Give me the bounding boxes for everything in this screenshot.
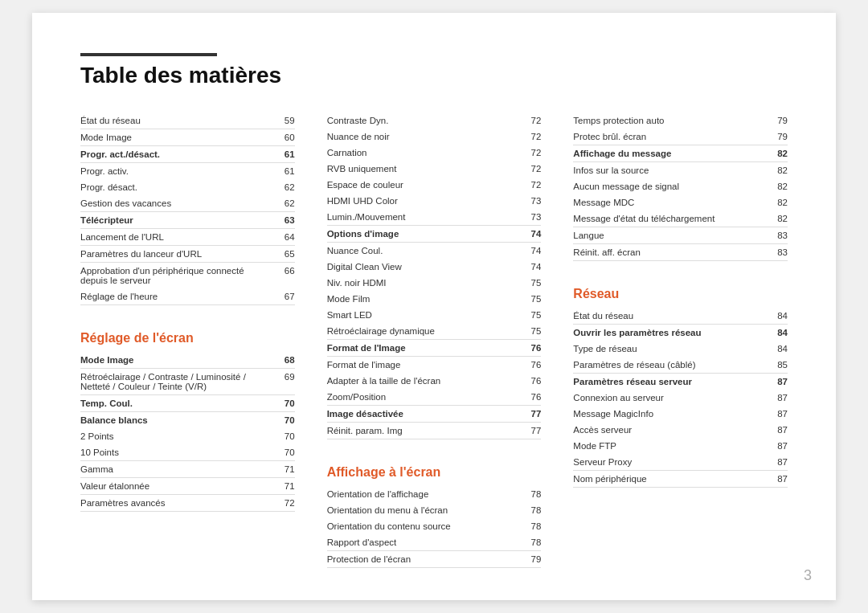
toc-entry: Réinit. aff. écran83 xyxy=(573,244,788,261)
page-title: Table des matières xyxy=(80,63,788,88)
toc-page: 75 xyxy=(525,326,541,336)
toc-label: Infos sur la source xyxy=(573,166,772,175)
toc-label: Accès serveur xyxy=(573,425,772,435)
toc-label: Message MDC xyxy=(573,198,772,207)
toc-entry: Nuance Coul.74 xyxy=(327,243,542,259)
toc-page: 74 xyxy=(525,262,541,272)
toc-label: État du réseau xyxy=(80,116,279,125)
toc-entry: État du réseau84 xyxy=(573,308,788,325)
toc-page: 59 xyxy=(279,116,295,125)
toc-page: 79 xyxy=(772,132,788,141)
toc-page: 63 xyxy=(279,215,295,225)
toc-label: Nuance de noir xyxy=(327,132,526,141)
toc-label: Niv. noir HDMI xyxy=(327,278,526,288)
toc-page: 82 xyxy=(772,149,788,158)
toc-label: Aucun message de signal xyxy=(573,182,772,191)
toc-entry: Rapport d'aspect78 xyxy=(327,534,542,551)
toc-entry: Espace de couleur72 xyxy=(327,177,542,193)
toc-label: Mode Film xyxy=(327,294,526,304)
toc-page: 61 xyxy=(279,166,295,176)
toc-page: 87 xyxy=(772,457,788,467)
toc-entry: Carnation72 xyxy=(327,145,542,161)
toc-page: 78 xyxy=(525,537,541,547)
toc-label: Smart LED xyxy=(327,310,526,320)
toc-label: Progr. act./désact. xyxy=(80,149,279,159)
section-title: Réglage de l'écran xyxy=(80,331,295,345)
toc-label: Options d'image xyxy=(327,229,526,239)
toc-page: 87 xyxy=(772,474,788,484)
toc-entry: État du réseau59 xyxy=(80,112,295,129)
toc-entry: Rétroéclairage dynamique75 xyxy=(327,323,542,340)
toc-label: 2 Points xyxy=(80,431,279,441)
toc-entry: Nom périphérique87 xyxy=(573,471,788,488)
toc-label: Type de réseau xyxy=(573,344,772,353)
toc-page: 68 xyxy=(279,355,295,365)
toc-label: Image désactivée xyxy=(327,409,526,419)
toc-entry: Digital Clean View74 xyxy=(327,259,542,275)
toc-entry: Format de l'Image76 xyxy=(327,340,542,357)
toc-page: 62 xyxy=(279,182,295,192)
toc-entry: 2 Points70 xyxy=(80,428,295,444)
toc-page: 70 xyxy=(279,398,295,408)
toc-page: 76 xyxy=(525,343,541,353)
toc-page: 64 xyxy=(279,232,295,242)
toc-entry: Format de l'image76 xyxy=(327,357,542,373)
toc-entry: Options d'image74 xyxy=(327,226,542,243)
toc-label: Réinit. param. Img xyxy=(327,426,526,435)
toc-label: Ouvrir les paramètres réseau xyxy=(573,328,772,337)
toc-entry: Zoom/Position76 xyxy=(327,389,542,406)
title-bar xyxy=(80,53,217,56)
toc-label: 10 Points xyxy=(80,447,279,457)
toc-page: 85 xyxy=(772,360,788,370)
toc-page: 61 xyxy=(279,149,295,159)
toc-label: Protection de l'écran xyxy=(327,554,526,564)
toc-page: 79 xyxy=(525,554,541,564)
toc-entry: Télécripteur63 xyxy=(80,212,295,229)
toc-page: 87 xyxy=(772,377,788,386)
toc-page: 82 xyxy=(772,214,788,223)
toc-label: Digital Clean View xyxy=(327,262,526,272)
toc-entry: Message MagicInfo87 xyxy=(573,406,788,422)
toc-page: 72 xyxy=(279,498,295,508)
toc-label: Langue xyxy=(573,231,772,240)
toc-label: Rapport d'aspect xyxy=(327,537,526,547)
toc-page: 77 xyxy=(525,426,541,435)
column-2: Temps protection auto79Protec brûl. écra… xyxy=(573,112,788,568)
toc-label: Orientation de l'affichage xyxy=(327,489,526,499)
toc-page: 87 xyxy=(772,409,788,419)
column-1: Contraste Dyn.72Nuance de noir72Carnatio… xyxy=(327,112,542,568)
toc-entry: Temp. Coul.70 xyxy=(80,395,295,412)
toc-label: Orientation du menu à l'écran xyxy=(327,505,526,515)
toc-entry: Paramètres réseau serveur87 xyxy=(573,374,788,390)
toc-entry: Image désactivée77 xyxy=(327,406,542,423)
page: Table des matières État du réseau59Mode … xyxy=(32,13,836,600)
toc-page: 76 xyxy=(525,360,541,370)
toc-label: Lumin./Mouvement xyxy=(327,212,526,222)
toc-entry: Protec brûl. écran79 xyxy=(573,129,788,145)
toc-entry: 10 Points70 xyxy=(80,444,295,461)
toc-page: 87 xyxy=(772,425,788,435)
toc-page: 76 xyxy=(525,392,541,402)
toc-page: 75 xyxy=(525,294,541,304)
section-title: Affichage à l'écran xyxy=(327,465,542,480)
toc-label: RVB uniquement xyxy=(327,164,526,174)
toc-entry: Progr. activ.61 xyxy=(80,163,295,179)
toc-page: 72 xyxy=(525,148,541,157)
toc-page: 76 xyxy=(525,376,541,386)
toc-entry: Temps protection auto79 xyxy=(573,112,788,129)
toc-page: 71 xyxy=(279,481,295,491)
toc-entry: Rétroéclairage / Contraste / Luminosité … xyxy=(80,369,295,395)
toc-label: Paramètres du lanceur d'URL xyxy=(80,249,279,259)
toc-label: Progr. désact. xyxy=(80,182,279,192)
toc-entry: Mode Film75 xyxy=(327,291,542,307)
toc-label: Paramètres avancés xyxy=(80,498,279,508)
toc-page: 60 xyxy=(279,133,295,142)
toc-entry: Orientation du contenu source78 xyxy=(327,518,542,534)
toc-label: Format de l'Image xyxy=(327,343,526,353)
toc-entry: Mode Image60 xyxy=(80,129,295,146)
toc-label: Mode FTP xyxy=(573,441,772,451)
toc-entry: Mode FTP87 xyxy=(573,438,788,454)
toc-entry: Lancement de l'URL64 xyxy=(80,229,295,246)
toc-page: 73 xyxy=(525,212,541,222)
toc-entry: Progr. désact.62 xyxy=(80,179,295,195)
